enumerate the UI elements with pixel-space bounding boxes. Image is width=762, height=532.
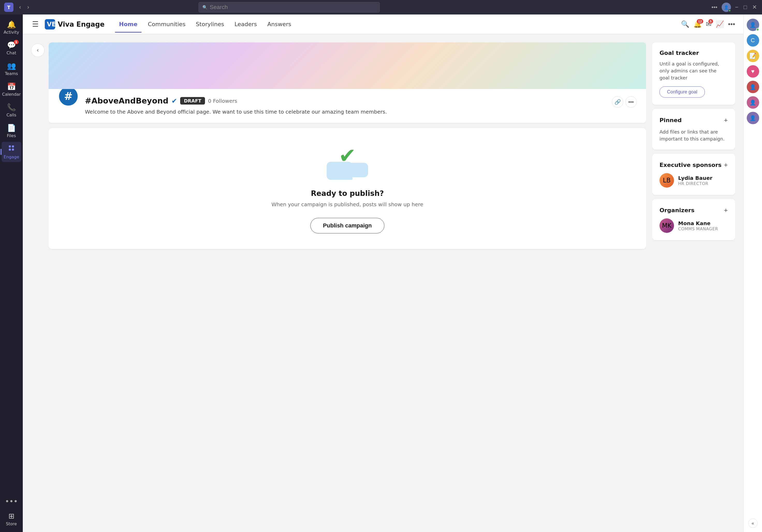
far-right-icon-btn-3[interactable]: ♥ — [747, 65, 759, 78]
forward-button[interactable]: › — [25, 3, 32, 12]
hamburger-button[interactable]: ☰ — [31, 19, 39, 30]
svg-rect-0 — [9, 145, 11, 147]
svg-rect-1 — [12, 145, 14, 147]
draft-badge: DRAFT — [180, 97, 205, 105]
calls-icon: 📞 — [7, 103, 16, 112]
sidebar-item-chat[interactable]: 1 💬 Chat — [2, 38, 21, 58]
publish-ready-subtitle: When your campaign is published, posts w… — [271, 201, 423, 207]
main-content: ‹ # #AboveAndBeyo — [23, 34, 743, 532]
calendar-icon: 📅 — [7, 82, 16, 91]
publish-campaign-button[interactable]: Publish campaign — [310, 218, 384, 233]
publish-ready-title: Ready to publish? — [311, 189, 384, 198]
sidebar-item-activity[interactable]: 🔔 Activity — [2, 18, 21, 37]
titlebar: T ‹ › 🔍 ••• 👤 − □ ✕ — [0, 0, 762, 15]
teams-icon: 👥 — [7, 62, 16, 70]
campaign-hashtag-symbol: # — [64, 90, 73, 102]
titlebar-right-controls: ••• 👤 − □ ✕ — [711, 3, 758, 12]
close-button[interactable]: ✕ — [751, 3, 758, 12]
nav-link-home[interactable]: Home — [115, 19, 142, 30]
executive-sponsors-card: Executive sponsors + LB Lydia Bauer HR D… — [652, 154, 735, 195]
organizer-mona-info: Mona Kane COMMS MANAGER — [678, 220, 728, 231]
messages-button[interactable]: ✉ 5 — [706, 20, 712, 28]
campaign-actions: 🔗 ••• — [612, 96, 637, 108]
collapse-panel-button[interactable]: « — [748, 518, 758, 528]
titlebar-nav: ‹ › — [17, 3, 32, 12]
nav-link-leaders[interactable]: Leaders — [230, 19, 261, 30]
executive-sponsors-title: Executive sponsors — [659, 162, 722, 168]
app-name-label: Viva Engage — [58, 21, 105, 28]
far-right-icon-btn-1[interactable]: C — [747, 34, 759, 46]
notifications-badge: 12 — [697, 19, 703, 24]
sidebar-item-files[interactable]: 📄 Files — [2, 121, 21, 141]
pinned-add-button[interactable]: + — [724, 116, 728, 124]
sidebar-item-teams[interactable]: 👥 Teams — [2, 59, 21, 79]
back-navigation-button[interactable]: ‹ — [31, 43, 44, 57]
organizer-mona-kane: MK Mona Kane COMMS MANAGER — [659, 218, 728, 233]
search-input[interactable] — [210, 4, 376, 11]
sidebar-label-engage: Engage — [4, 154, 19, 159]
campaign-more-button[interactable]: ••• — [625, 96, 637, 108]
more-options-button[interactable]: ••• — [728, 20, 735, 28]
campaign-title: #AboveAndBeyond — [85, 96, 169, 105]
campaign-container: # #AboveAndBeyond ✔ DRAFT 0 Followers We… — [49, 42, 646, 524]
nav-link-answers[interactable]: Answers — [263, 19, 296, 30]
sidebar-item-engage[interactable]: Engage — [2, 142, 21, 162]
nav-link-communities[interactable]: Communities — [144, 19, 190, 30]
user-avatar-titlebar[interactable]: 👤 — [722, 3, 731, 12]
top-nav-links: Home Communities Storylines Leaders Answ… — [115, 19, 295, 30]
nav-link-storylines[interactable]: Storylines — [192, 19, 228, 30]
sponsor-lydia-bauer: LB Lydia Bauer HR DIRECTOR — [659, 173, 728, 188]
sponsor-lydia-avatar: LB — [659, 173, 674, 188]
configure-goal-button[interactable]: Configure goal — [659, 86, 705, 98]
maximize-button[interactable]: □ — [743, 3, 748, 12]
sponsor-lydia-name: Lydia Bauer — [678, 175, 728, 181]
viva-engage-logo-icon: VE — [45, 19, 55, 30]
titlebar-more-button[interactable]: ••• — [711, 3, 719, 12]
far-right-icon-btn-2[interactable]: 📝 — [747, 50, 759, 62]
sidebar-more-button[interactable]: ••• — [2, 494, 21, 508]
right-sidebar: Goal tracker Until a goal is configured,… — [652, 42, 735, 524]
pinned-title: Pinned — [659, 117, 682, 123]
campaign-info: # #AboveAndBeyond ✔ DRAFT 0 Followers We… — [49, 89, 646, 123]
organizers-add-button[interactable]: + — [724, 206, 728, 214]
organizer-mona-avatar: MK — [659, 218, 674, 233]
far-right-avatar-4[interactable]: 👤 — [747, 112, 759, 124]
minimize-button[interactable]: − — [734, 3, 739, 12]
campaign-details: #AboveAndBeyond ✔ DRAFT 0 Followers Welc… — [85, 96, 606, 116]
teams-logo-icon: T — [4, 3, 14, 12]
publish-card: ✔ Ready to publish? When your campaign i… — [49, 128, 646, 249]
titlebar-search-bar[interactable]: 🔍 — [198, 2, 380, 12]
campaign-title-row: #AboveAndBeyond ✔ DRAFT 0 Followers — [85, 96, 606, 105]
organizers-header: Organizers + — [659, 206, 728, 214]
back-button[interactable]: ‹ — [17, 3, 24, 12]
sidebar-item-calls[interactable]: 📞 Calls — [2, 101, 21, 120]
publish-illustration: ✔ — [327, 144, 368, 180]
campaign-header-card: # #AboveAndBeyond ✔ DRAFT 0 Followers We… — [49, 42, 646, 123]
far-right-avatar-2[interactable]: 👤 — [747, 81, 759, 93]
executive-sponsors-add-button[interactable]: + — [724, 161, 728, 169]
sidebar-item-calendar[interactable]: 📅 Calendar — [2, 80, 21, 99]
online-indicator — [728, 9, 731, 12]
search-button[interactable]: 🔍 — [681, 20, 689, 28]
goal-tracker-header: Goal tracker — [659, 50, 728, 56]
analytics-button[interactable]: 📈 — [716, 20, 724, 28]
sidebar-label-activity: Activity — [4, 30, 19, 35]
sidebar-label-calls: Calls — [6, 113, 16, 117]
notifications-button[interactable]: 🔔 12 — [693, 20, 702, 28]
sidebar-item-store[interactable]: ⊞ Store — [2, 509, 21, 529]
pinned-card: Pinned + Add files or links that are imp… — [652, 109, 735, 150]
campaign-banner — [49, 42, 646, 89]
goal-tracker-title: Goal tracker — [659, 50, 699, 56]
share-link-button[interactable]: 🔗 — [612, 96, 623, 108]
sidebar-label-calendar: Calendar — [2, 92, 21, 97]
organizers-card: Organizers + MK Mona Kane COMMS MANAGER — [652, 199, 735, 240]
sidebar-label-teams: Teams — [5, 71, 18, 76]
engage-icon — [8, 144, 15, 153]
far-right-avatar-3[interactable]: 👤 — [747, 96, 759, 109]
far-right-main-avatar[interactable]: 👤 — [747, 19, 759, 31]
verified-icon: ✔ — [172, 97, 177, 105]
pinned-description: Add files or links that are important to… — [659, 128, 728, 142]
chat-badge: 1 — [14, 40, 19, 44]
left-sidebar: 🔔 Activity 1 💬 Chat 👥 Teams 📅 Calendar 📞… — [0, 15, 23, 532]
svg-text:VE: VE — [47, 21, 55, 28]
